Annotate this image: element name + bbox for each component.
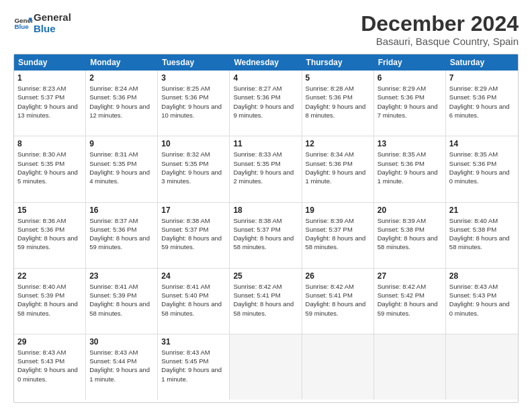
header-day: Tuesday bbox=[158, 54, 230, 71]
day-number: 20 bbox=[378, 205, 442, 215]
day-number: 6 bbox=[378, 73, 442, 83]
day-number: 12 bbox=[306, 139, 370, 148]
day-number: 8 bbox=[17, 139, 82, 148]
day-number: 4 bbox=[233, 73, 298, 83]
calendar-cell: 22Sunrise: 8:40 AMSunset: 5:39 PMDayligh… bbox=[14, 269, 86, 334]
calendar-cell: 28Sunrise: 8:43 AMSunset: 5:43 PMDayligh… bbox=[446, 269, 518, 334]
day-info: Sunrise: 8:28 AMSunset: 5:36 PMDaylight:… bbox=[306, 84, 370, 120]
header-day: Wednesday bbox=[230, 54, 302, 71]
day-number: 29 bbox=[17, 337, 82, 347]
day-info: Sunrise: 8:42 AMSunset: 5:41 PMDaylight:… bbox=[306, 282, 370, 318]
day-info: Sunrise: 8:43 AMSunset: 5:43 PMDaylight:… bbox=[449, 282, 515, 318]
day-number: 14 bbox=[449, 139, 515, 148]
day-number: 1 bbox=[17, 73, 82, 83]
day-number: 22 bbox=[17, 271, 82, 281]
day-info: Sunrise: 8:33 AMSunset: 5:35 PMDaylight:… bbox=[233, 150, 298, 185]
header-day: Saturday bbox=[446, 54, 518, 71]
day-info: Sunrise: 8:32 AMSunset: 5:35 PMDaylight:… bbox=[161, 150, 226, 185]
calendar-header: SundayMondayTuesdayWednesdayThursdayFrid… bbox=[14, 54, 518, 71]
calendar-cell bbox=[446, 334, 518, 400]
calendar: SundayMondayTuesdayWednesdayThursdayFrid… bbox=[13, 54, 519, 403]
day-info: Sunrise: 8:27 AMSunset: 5:36 PMDaylight:… bbox=[233, 84, 298, 120]
calendar-cell: 30Sunrise: 8:43 AMSunset: 5:44 PMDayligh… bbox=[86, 334, 158, 400]
day-number: 24 bbox=[161, 271, 226, 281]
day-info: Sunrise: 8:35 AMSunset: 5:36 PMDaylight:… bbox=[378, 150, 442, 185]
day-info: Sunrise: 8:23 AMSunset: 5:37 PMDaylight:… bbox=[17, 84, 82, 120]
day-info: Sunrise: 8:42 AMSunset: 5:41 PMDaylight:… bbox=[233, 282, 298, 318]
logo: General Blue General Blue bbox=[13, 12, 71, 34]
day-info: Sunrise: 8:38 AMSunset: 5:37 PMDaylight:… bbox=[233, 216, 298, 252]
day-info: Sunrise: 8:31 AMSunset: 5:35 PMDaylight:… bbox=[89, 150, 154, 185]
calendar-cell: 23Sunrise: 8:41 AMSunset: 5:39 PMDayligh… bbox=[86, 269, 158, 334]
calendar-cell: 17Sunrise: 8:38 AMSunset: 5:37 PMDayligh… bbox=[158, 203, 230, 268]
calendar-cell: 4Sunrise: 8:27 AMSunset: 5:36 PMDaylight… bbox=[230, 71, 302, 136]
day-info: Sunrise: 8:25 AMSunset: 5:36 PMDaylight:… bbox=[161, 84, 226, 120]
calendar-body: 1Sunrise: 8:23 AMSunset: 5:37 PMDaylight… bbox=[14, 71, 518, 400]
day-info: Sunrise: 8:38 AMSunset: 5:37 PMDaylight:… bbox=[161, 216, 226, 252]
calendar-cell: 19Sunrise: 8:39 AMSunset: 5:37 PMDayligh… bbox=[302, 203, 374, 268]
day-info: Sunrise: 8:43 AMSunset: 5:45 PMDaylight:… bbox=[161, 348, 226, 383]
day-number: 27 bbox=[378, 271, 442, 281]
main-title: December 2024 bbox=[361, 12, 519, 36]
day-info: Sunrise: 8:39 AMSunset: 5:38 PMDaylight:… bbox=[378, 216, 442, 252]
day-info: Sunrise: 8:40 AMSunset: 5:39 PMDaylight:… bbox=[17, 282, 82, 318]
day-info: Sunrise: 8:43 AMSunset: 5:43 PMDaylight:… bbox=[17, 348, 82, 383]
day-info: Sunrise: 8:34 AMSunset: 5:36 PMDaylight:… bbox=[306, 150, 370, 185]
day-info: Sunrise: 8:24 AMSunset: 5:36 PMDaylight:… bbox=[89, 84, 154, 120]
calendar-cell: 29Sunrise: 8:43 AMSunset: 5:43 PMDayligh… bbox=[14, 334, 86, 400]
header-day: Monday bbox=[86, 54, 158, 71]
header-day: Thursday bbox=[302, 54, 374, 71]
calendar-cell: 8Sunrise: 8:30 AMSunset: 5:35 PMDaylight… bbox=[14, 136, 86, 201]
logo-icon: General Blue bbox=[13, 14, 32, 33]
svg-text:Blue: Blue bbox=[14, 23, 29, 30]
day-number: 3 bbox=[161, 73, 226, 83]
calendar-row: 1Sunrise: 8:23 AMSunset: 5:37 PMDaylight… bbox=[14, 71, 518, 136]
day-info: Sunrise: 8:37 AMSunset: 5:36 PMDaylight:… bbox=[89, 216, 154, 252]
day-info: Sunrise: 8:36 AMSunset: 5:36 PMDaylight:… bbox=[17, 216, 82, 252]
day-number: 31 bbox=[161, 337, 226, 347]
day-number: 17 bbox=[161, 205, 226, 215]
day-number: 25 bbox=[233, 271, 298, 281]
day-info: Sunrise: 8:30 AMSunset: 5:35 PMDaylight:… bbox=[17, 150, 82, 185]
calendar-cell: 2Sunrise: 8:24 AMSunset: 5:36 PMDaylight… bbox=[86, 71, 158, 136]
calendar-cell: 11Sunrise: 8:33 AMSunset: 5:35 PMDayligh… bbox=[230, 136, 302, 201]
calendar-cell: 14Sunrise: 8:35 AMSunset: 5:36 PMDayligh… bbox=[446, 136, 518, 201]
day-number: 19 bbox=[306, 205, 370, 215]
day-number: 2 bbox=[89, 73, 154, 83]
day-info: Sunrise: 8:42 AMSunset: 5:42 PMDaylight:… bbox=[378, 282, 442, 318]
calendar-cell: 6Sunrise: 8:29 AMSunset: 5:36 PMDaylight… bbox=[374, 71, 446, 136]
day-number: 15 bbox=[17, 205, 82, 215]
day-number: 5 bbox=[306, 73, 370, 83]
logo-line2: Blue bbox=[34, 24, 71, 35]
day-info: Sunrise: 8:39 AMSunset: 5:37 PMDaylight:… bbox=[306, 216, 370, 252]
calendar-cell: 20Sunrise: 8:39 AMSunset: 5:38 PMDayligh… bbox=[374, 203, 446, 268]
calendar-cell: 24Sunrise: 8:41 AMSunset: 5:40 PMDayligh… bbox=[158, 269, 230, 334]
day-number: 13 bbox=[378, 139, 442, 148]
calendar-cell: 13Sunrise: 8:35 AMSunset: 5:36 PMDayligh… bbox=[374, 136, 446, 201]
day-number: 7 bbox=[449, 73, 515, 83]
calendar-cell: 31Sunrise: 8:43 AMSunset: 5:45 PMDayligh… bbox=[158, 334, 230, 400]
header-day: Sunday bbox=[14, 54, 86, 71]
day-number: 23 bbox=[89, 271, 154, 281]
calendar-row: 8Sunrise: 8:30 AMSunset: 5:35 PMDaylight… bbox=[14, 136, 518, 202]
calendar-cell: 7Sunrise: 8:29 AMSunset: 5:36 PMDaylight… bbox=[446, 71, 518, 136]
calendar-cell: 21Sunrise: 8:40 AMSunset: 5:38 PMDayligh… bbox=[446, 203, 518, 268]
calendar-cell: 26Sunrise: 8:42 AMSunset: 5:41 PMDayligh… bbox=[302, 269, 374, 334]
subtitle: Basauri, Basque Country, Spain bbox=[361, 36, 519, 47]
calendar-cell: 12Sunrise: 8:34 AMSunset: 5:36 PMDayligh… bbox=[302, 136, 374, 201]
calendar-row: 15Sunrise: 8:36 AMSunset: 5:36 PMDayligh… bbox=[14, 203, 518, 269]
calendar-cell: 9Sunrise: 8:31 AMSunset: 5:35 PMDaylight… bbox=[86, 136, 158, 201]
calendar-cell: 16Sunrise: 8:37 AMSunset: 5:36 PMDayligh… bbox=[86, 203, 158, 268]
header-day: Friday bbox=[374, 54, 446, 71]
calendar-cell bbox=[374, 334, 446, 400]
calendar-cell: 15Sunrise: 8:36 AMSunset: 5:36 PMDayligh… bbox=[14, 203, 86, 268]
day-number: 11 bbox=[233, 139, 298, 148]
day-number: 9 bbox=[89, 139, 154, 148]
calendar-cell: 5Sunrise: 8:28 AMSunset: 5:36 PMDaylight… bbox=[302, 71, 374, 136]
calendar-cell: 25Sunrise: 8:42 AMSunset: 5:41 PMDayligh… bbox=[230, 269, 302, 334]
day-info: Sunrise: 8:35 AMSunset: 5:36 PMDaylight:… bbox=[449, 150, 515, 185]
day-info: Sunrise: 8:29 AMSunset: 5:36 PMDaylight:… bbox=[449, 84, 515, 120]
calendar-row: 29Sunrise: 8:43 AMSunset: 5:43 PMDayligh… bbox=[14, 334, 518, 400]
day-number: 16 bbox=[89, 205, 154, 215]
calendar-cell: 10Sunrise: 8:32 AMSunset: 5:35 PMDayligh… bbox=[158, 136, 230, 201]
